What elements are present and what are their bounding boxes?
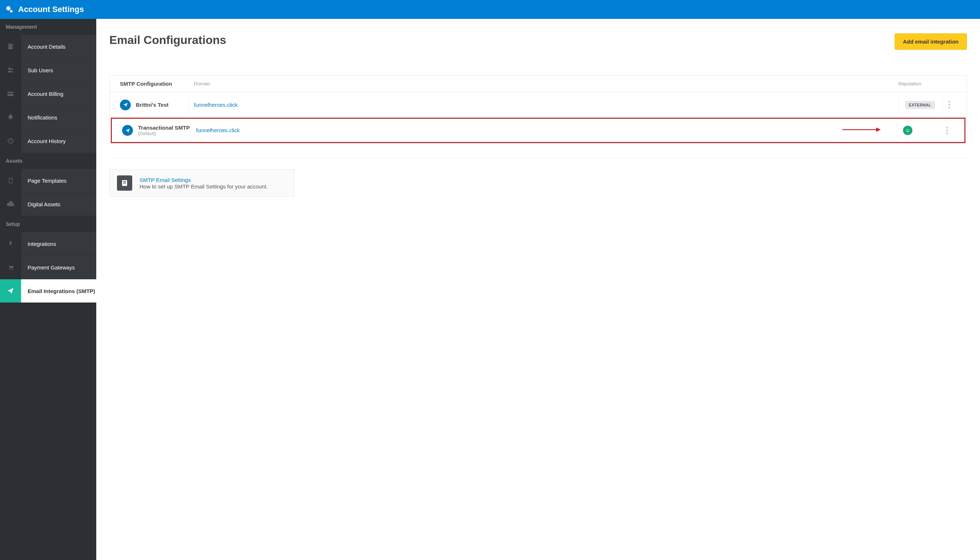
help-description: How to set up SMTP Email Settings for yo… xyxy=(140,183,268,190)
sidebar-section-management: Management xyxy=(0,19,96,35)
svg-point-19 xyxy=(908,129,909,130)
sidebar-item-digital-assets[interactable]: Digital Assets xyxy=(0,192,96,216)
external-badge: EXTERNAL xyxy=(905,101,935,109)
svg-rect-22 xyxy=(123,183,126,183)
building-icon xyxy=(0,35,21,58)
help-box: SMTP Email Settings How to set up SMTP E… xyxy=(109,169,295,197)
sidebar-item-account-billing[interactable]: Account Billing xyxy=(0,82,96,106)
svg-rect-21 xyxy=(123,181,126,182)
svg-rect-7 xyxy=(10,47,10,48)
users-icon xyxy=(0,58,21,82)
row-name: Brittni's Test xyxy=(136,102,188,108)
domain-link[interactable]: funnelheroes.click xyxy=(194,102,238,108)
sidebar-item-label: Integrations xyxy=(21,241,56,247)
sidebar-item-label: Email Integrations (SMTP) xyxy=(21,288,95,294)
gear-icon xyxy=(4,4,15,15)
svg-point-1 xyxy=(10,10,13,13)
send-icon xyxy=(122,125,133,136)
sidebar-item-label: Digital Assets xyxy=(21,201,60,207)
row-name: Transactional SMTP xyxy=(138,125,191,131)
page-title: Email Configurations xyxy=(109,33,226,47)
svg-rect-3 xyxy=(10,45,10,45)
sidebar-item-email-integrations[interactable]: Email Integrations (SMTP) xyxy=(0,279,96,303)
kebab-menu-icon[interactable] xyxy=(944,127,950,134)
sidebar-item-notifications[interactable]: Notifications xyxy=(0,106,96,129)
header-bar: Account Settings xyxy=(0,0,980,19)
svg-point-9 xyxy=(8,68,10,70)
plug-icon xyxy=(0,232,21,255)
file-icon xyxy=(0,169,21,192)
svg-rect-5 xyxy=(10,46,10,47)
svg-rect-6 xyxy=(11,46,12,47)
col-header-reputation: Reputation xyxy=(898,81,942,87)
svg-point-15 xyxy=(10,269,10,270)
sidebar-section-setup: Setup xyxy=(0,216,96,232)
book-icon xyxy=(117,175,132,191)
sidebar-item-label: Notifications xyxy=(21,114,57,120)
sidebar-item-page-templates[interactable]: Page Templates xyxy=(0,169,96,192)
sidebar-section-assets: Assets xyxy=(0,153,96,169)
table-row[interactable]: Brittni's Test funnelheroes.click EXTERN… xyxy=(110,92,967,118)
sidebar-item-label: Sub Users xyxy=(21,67,53,73)
add-email-integration-button[interactable]: Add email integration xyxy=(895,33,967,50)
row-sub: (Default) xyxy=(138,131,191,136)
card-icon xyxy=(0,82,21,105)
send-icon xyxy=(120,100,131,110)
sidebar-item-label: Payment Gateways xyxy=(21,264,75,270)
main-content: Email Configurations Add email integrati… xyxy=(96,19,980,560)
sidebar-item-integrations[interactable]: Integrations xyxy=(0,232,96,256)
domain-link[interactable]: funnelheroes.click xyxy=(196,127,240,133)
col-header-name: SMTP Configuration xyxy=(120,81,189,87)
smtp-config-table: SMTP Configuration Domain Reputation Bri… xyxy=(109,75,967,143)
svg-rect-12 xyxy=(8,93,14,94)
svg-rect-2 xyxy=(8,44,13,49)
table-header: SMTP Configuration Domain Reputation xyxy=(110,75,967,92)
sidebar-item-account-details[interactable]: Account Details xyxy=(0,35,96,58)
smiley-icon xyxy=(903,126,912,135)
svg-point-16 xyxy=(12,269,13,270)
sidebar-item-label: Account History xyxy=(21,138,66,144)
col-header-domain: Domain xyxy=(189,81,898,87)
bell-icon xyxy=(0,106,21,129)
help-link[interactable]: SMTP Email Settings xyxy=(140,177,191,183)
sidebar: Management Account Details Sub Users Acc… xyxy=(0,19,96,560)
history-icon xyxy=(0,129,21,153)
svg-point-13 xyxy=(10,119,11,120)
svg-point-18 xyxy=(907,129,907,130)
sidebar-item-account-history[interactable]: Account History xyxy=(0,129,96,153)
divider xyxy=(109,158,967,158)
table-row[interactable]: Transactional SMTP (Default) funnelheroe… xyxy=(111,118,965,143)
cloud-icon xyxy=(0,192,21,216)
page-header-title: Account Settings xyxy=(18,5,84,14)
send-icon xyxy=(0,279,21,303)
kebab-menu-icon[interactable] xyxy=(947,101,952,108)
sidebar-item-label: Page Templates xyxy=(21,178,67,184)
cart-icon xyxy=(0,256,21,279)
svg-rect-8 xyxy=(11,47,12,48)
sidebar-item-sub-users[interactable]: Sub Users xyxy=(0,58,96,82)
svg-point-10 xyxy=(11,68,13,70)
sidebar-item-label: Account Details xyxy=(21,43,65,50)
sidebar-item-payment-gateways[interactable]: Payment Gateways xyxy=(0,256,96,279)
svg-rect-4 xyxy=(11,45,12,45)
sidebar-item-label: Account Billing xyxy=(21,91,63,97)
